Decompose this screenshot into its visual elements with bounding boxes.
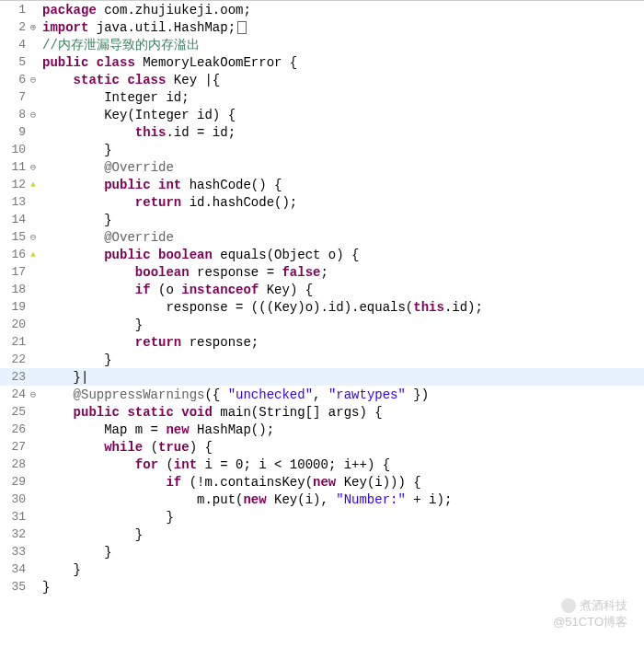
code-text[interactable]: } xyxy=(39,318,143,332)
code-line-13[interactable]: 13 return id.hashCode(); xyxy=(0,193,644,211)
code-text[interactable]: public int hashCode() { xyxy=(39,178,282,192)
code-text[interactable]: @Override xyxy=(39,160,174,175)
collapsed-import-indicator[interactable] xyxy=(237,21,247,34)
code-line-30[interactable]: 30 m.put(new Key(i), "Number:" + i); xyxy=(0,491,644,508)
code-text[interactable]: static class Key |{ xyxy=(39,73,220,87)
code-line-18[interactable]: 18 if (o instanceof Key) { xyxy=(0,281,644,298)
gutter-line-number: 28 xyxy=(0,457,28,471)
gutter-line-number: 20 xyxy=(0,318,28,331)
code-text[interactable]: if (!m.containsKey(new Key(i))) { xyxy=(39,475,421,490)
code-text[interactable]: //内存泄漏导致的内存溢出 xyxy=(39,37,200,53)
code-text[interactable]: Key(Integer id) { xyxy=(39,108,236,122)
code-line-5[interactable]: 5public class MemoryLeakOomError { xyxy=(0,53,644,71)
code-text[interactable]: @SuppressWarnings({ "unchecked", "rawtyp… xyxy=(39,387,429,402)
gutter-line-number: 10 xyxy=(0,143,28,156)
code-text[interactable]: Integer id; xyxy=(39,90,190,105)
gutter-line-number: 11 xyxy=(0,160,28,174)
gutter-line-number: 13 xyxy=(0,195,28,209)
code-line-16[interactable]: 16 public boolean equals(Object o) { xyxy=(0,246,644,263)
collapse-icon[interactable] xyxy=(28,388,39,400)
gutter-line-number: 30 xyxy=(0,492,28,506)
code-text[interactable]: }| xyxy=(39,370,88,385)
code-text[interactable]: if (o instanceof Key) { xyxy=(39,283,313,297)
code-line-6[interactable]: 6 static class Key |{ xyxy=(0,71,644,88)
gutter-line-number: 34 xyxy=(0,562,28,576)
code-text[interactable]: package com.zhujiukeji.oom; xyxy=(39,3,251,17)
code-text[interactable]: m.put(new Key(i), "Number:" + i); xyxy=(39,492,452,507)
gutter-line-number: 23 xyxy=(0,370,28,384)
code-line-4[interactable]: 4//内存泄漏导致的内存溢出 xyxy=(0,36,644,53)
code-line-28[interactable]: 28 for (int i = 0; i < 10000; i++) { xyxy=(0,456,644,473)
code-line-20[interactable]: 20 } xyxy=(0,316,644,333)
gutter-line-number: 21 xyxy=(0,335,28,349)
code-text[interactable]: this.id = id; xyxy=(39,125,236,140)
collapse-icon[interactable] xyxy=(28,109,39,121)
code-text[interactable]: } xyxy=(39,213,112,227)
code-text[interactable]: return response; xyxy=(39,335,259,350)
code-line-22[interactable]: 22 } xyxy=(0,351,644,368)
gutter-line-number: 33 xyxy=(0,545,28,559)
code-line-35[interactable]: 35} xyxy=(0,578,644,595)
code-line-32[interactable]: 32 } xyxy=(0,526,644,543)
gutter-line-number: 16 xyxy=(0,248,28,261)
code-text[interactable]: public boolean equals(Object o) { xyxy=(39,248,359,262)
code-text[interactable]: } xyxy=(39,510,174,525)
gutter-line-number: 14 xyxy=(0,213,28,226)
code-line-23[interactable]: 23 }| xyxy=(0,368,644,386)
code-text[interactable]: boolean response = false; xyxy=(39,265,328,280)
code-line-12[interactable]: 12 public int hashCode() { xyxy=(0,176,644,193)
gutter-line-number: 22 xyxy=(0,352,28,366)
code-text[interactable]: public class MemoryLeakOomError { xyxy=(39,55,297,70)
collapse-icon[interactable] xyxy=(28,231,39,243)
code-text[interactable]: import java.util.HashMap; xyxy=(39,20,247,35)
code-text[interactable]: @Override xyxy=(39,230,174,245)
gutter-line-number: 9 xyxy=(0,125,28,139)
code-line-24[interactable]: 24 @SuppressWarnings({ "unchecked", "raw… xyxy=(0,386,644,403)
code-text[interactable]: while (true) { xyxy=(39,440,213,455)
collapse-icon[interactable] xyxy=(28,161,39,173)
code-line-7[interactable]: 7 Integer id; xyxy=(0,88,644,106)
code-line-21[interactable]: 21 return response; xyxy=(0,333,644,351)
warning-icon[interactable] xyxy=(28,250,39,260)
code-text[interactable]: } xyxy=(39,527,143,542)
code-line-27[interactable]: 27 while (true) { xyxy=(0,438,644,456)
code-line-26[interactable]: 26 Map m = new HashMap(); xyxy=(0,421,644,438)
code-text[interactable]: } xyxy=(39,352,112,367)
code-line-14[interactable]: 14 } xyxy=(0,211,644,228)
code-text[interactable]: } xyxy=(39,545,112,560)
collapse-icon[interactable] xyxy=(28,74,39,86)
code-editor[interactable]: 1package com.zhujiukeji.oom;2import java… xyxy=(0,0,644,647)
code-line-15[interactable]: 15 @Override xyxy=(0,228,644,246)
code-text[interactable]: } xyxy=(39,580,50,595)
warning-icon[interactable] xyxy=(28,180,39,190)
gutter-line-number: 1 xyxy=(0,3,28,17)
gutter-line-number: 18 xyxy=(0,283,28,296)
code-line-25[interactable]: 25 public static void main(String[] args… xyxy=(0,403,644,421)
code-line-10[interactable]: 10 } xyxy=(0,141,644,158)
gutter-line-number: 15 xyxy=(0,230,28,244)
code-line-8[interactable]: 8 Key(Integer id) { xyxy=(0,106,644,123)
code-line-19[interactable]: 19 response = (((Key)o).id).equals(this.… xyxy=(0,298,644,316)
code-line-11[interactable]: 11 @Override xyxy=(0,158,644,176)
expand-icon[interactable] xyxy=(28,21,39,33)
code-line-31[interactable]: 31 } xyxy=(0,508,644,526)
code-text[interactable]: for (int i = 0; i < 10000; i++) { xyxy=(39,457,390,472)
gutter-line-number: 27 xyxy=(0,440,28,454)
code-line-17[interactable]: 17 boolean response = false; xyxy=(0,263,644,281)
code-line-33[interactable]: 33 } xyxy=(0,543,644,560)
code-text[interactable]: Map m = new HashMap(); xyxy=(39,422,274,437)
code-text[interactable]: } xyxy=(39,143,112,157)
code-line-29[interactable]: 29 if (!m.containsKey(new Key(i))) { xyxy=(0,473,644,491)
code-line-9[interactable]: 9 this.id = id; xyxy=(0,123,644,141)
code-line-34[interactable]: 34 } xyxy=(0,560,644,578)
gutter-line-number: 12 xyxy=(0,178,28,191)
code-text[interactable]: return id.hashCode(); xyxy=(39,195,297,210)
code-text[interactable]: } xyxy=(39,562,81,577)
code-line-2[interactable]: 2import java.util.HashMap; xyxy=(0,18,644,36)
code-text[interactable]: response = (((Key)o).id).equals(this.id)… xyxy=(39,300,483,315)
gutter-line-number: 29 xyxy=(0,475,28,489)
gutter-line-number: 31 xyxy=(0,510,28,524)
code-line-1[interactable]: 1package com.zhujiukeji.oom; xyxy=(0,1,644,18)
code-text[interactable]: public static void main(String[] args) { xyxy=(39,405,383,420)
gutter-line-number: 25 xyxy=(0,405,28,419)
